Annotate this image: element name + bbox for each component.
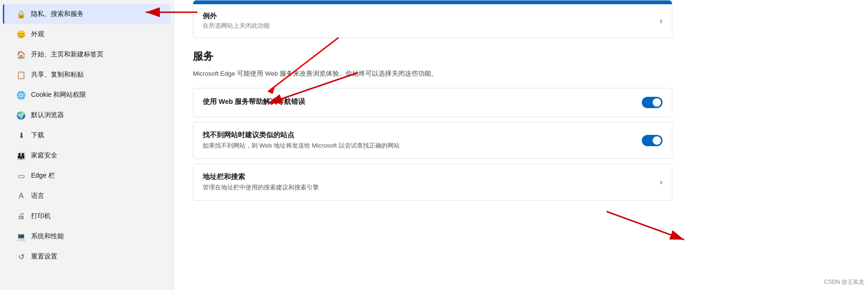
download-icon: ⬇ <box>16 130 26 141</box>
appearance-icon: 😊 <box>16 29 26 39</box>
exceptions-chevron-icon: › <box>660 16 663 26</box>
sidebar-item-edgebar[interactable]: ▭Edge 栏 <box>3 166 171 186</box>
service-card-title-address-search: 地址栏和搜索 <box>203 172 660 181</box>
services-description: Microsoft Edge 可能使用 Web 服务来改善浏览体验。你始终可以选… <box>193 69 672 78</box>
sidebar-item-download[interactable]: ⬇下载 <box>3 125 171 145</box>
exceptions-label: 例外 <box>203 12 270 21</box>
service-card-title-nav-error: 使用 Web 服务帮助解决导航错误 <box>203 97 642 106</box>
sidebar-item-language[interactable]: A语言 <box>3 186 171 206</box>
sidebar-item-start[interactable]: 🏠开始、主页和新建标签页 <box>3 45 171 64</box>
share-icon: 📋 <box>16 70 26 80</box>
sidebar-label-edgebar: Edge 栏 <box>31 172 161 180</box>
service-card-left-nav-error: 使用 Web 服务帮助解决导航错误 <box>203 97 642 108</box>
sidebar-item-print[interactable]: 🖨打印机 <box>3 206 171 226</box>
sidebar-item-share[interactable]: 📋共享、复制和粘贴 <box>3 65 171 85</box>
sidebar-label-privacy: 隐私、搜索和服务 <box>31 10 161 18</box>
sidebar-label-language: 语言 <box>31 192 161 200</box>
sidebar-item-cookie[interactable]: 🌐Cookie 和网站权限 <box>3 85 171 105</box>
service-card-left-suggest-site: 找不到网站时建议类似的站点如果找不到网站，则 Web 地址将发送给 Micros… <box>203 131 642 150</box>
service-card-desc-address-search: 管理在地址栏中使用的搜索建议和搜索引擎 <box>203 183 660 192</box>
sidebar-label-system: 系统和性能 <box>31 232 161 241</box>
exceptions-sublabel: 在所选网站上关闭此功能 <box>203 22 270 30</box>
settings-sidebar: 🔒隐私、搜索和服务😊外观🏠开始、主页和新建标签页📋共享、复制和粘贴🌐Cookie… <box>0 0 174 290</box>
sidebar-label-family: 家庭安全 <box>31 151 161 160</box>
sidebar-item-appearance[interactable]: 😊外观 <box>3 24 171 44</box>
settings-main: 例外 在所选网站上关闭此功能 › 服务 Microsoft Edge 可能使用 … <box>174 0 691 224</box>
exceptions-progress-bar <box>193 0 672 4</box>
service-card-nav-error[interactable]: 使用 Web 服务帮助解决导航错误 <box>193 88 672 117</box>
sidebar-label-browser: 默认浏览器 <box>31 111 161 119</box>
toggle-nav-error[interactable] <box>642 97 663 108</box>
language-icon: A <box>16 191 26 201</box>
system-icon: 💻 <box>16 231 26 242</box>
sidebar-label-start: 开始、主页和新建标签页 <box>31 50 161 59</box>
browser-icon: 🌍 <box>16 110 26 120</box>
sidebar-label-download: 下载 <box>31 131 161 140</box>
sidebar-label-appearance: 外观 <box>31 30 161 39</box>
sidebar-label-reset: 重置设置 <box>31 252 161 261</box>
print-icon: 🖨 <box>16 211 26 221</box>
sidebar-label-cookie: Cookie 和网站权限 <box>31 91 161 99</box>
sidebar-item-privacy[interactable]: 🔒隐私、搜索和服务 <box>3 4 171 24</box>
start-icon: 🏠 <box>16 49 26 60</box>
edgebar-icon: ▭ <box>16 171 26 181</box>
sidebar-item-system[interactable]: 💻系统和性能 <box>3 227 171 246</box>
reset-icon: ↺ <box>16 251 26 262</box>
sidebar-label-share: 共享、复制和粘贴 <box>31 71 161 79</box>
toggle-suggest-site[interactable] <box>642 135 663 146</box>
sidebar-item-family[interactable]: 👨‍👩‍👧家庭安全 <box>3 146 171 165</box>
service-card-title-suggest-site: 找不到网站时建议类似的站点 <box>203 131 642 140</box>
family-icon: 👨‍👩‍👧 <box>16 150 26 161</box>
sidebar-item-browser[interactable]: 🌍默认浏览器 <box>3 105 171 125</box>
service-card-address-search[interactable]: 地址栏和搜索管理在地址栏中使用的搜索建议和搜索引擎› <box>193 164 672 201</box>
sidebar-item-reset[interactable]: ↺重置设置 <box>3 247 171 266</box>
sidebar-label-print: 打印机 <box>31 212 161 220</box>
chevron-icon-address-search: › <box>660 177 663 187</box>
privacy-icon: 🔒 <box>16 9 26 19</box>
service-cards-list: 使用 Web 服务帮助解决导航错误找不到网站时建议类似的站点如果找不到网站，则 … <box>193 88 672 201</box>
cookie-icon: 🌐 <box>16 90 26 100</box>
watermark: CSDN @王凤龙 <box>824 278 864 286</box>
main-content-area: 例外 在所选网站上关闭此功能 › 服务 Microsoft Edge 可能使用 … <box>174 0 868 290</box>
services-title: 服务 <box>193 49 672 63</box>
exceptions-card: 例外 在所选网站上关闭此功能 › <box>193 0 672 38</box>
service-card-desc-suggest-site: 如果找不到网站，则 Web 地址将发送给 Microsoft 以尝试查找正确的网… <box>203 141 642 150</box>
exceptions-row[interactable]: 例外 在所选网站上关闭此功能 › <box>193 4 672 38</box>
service-card-left-address-search: 地址栏和搜索管理在地址栏中使用的搜索建议和搜索引擎 <box>203 172 660 192</box>
service-card-suggest-site[interactable]: 找不到网站时建议类似的站点如果找不到网站，则 Web 地址将发送给 Micros… <box>193 122 672 159</box>
